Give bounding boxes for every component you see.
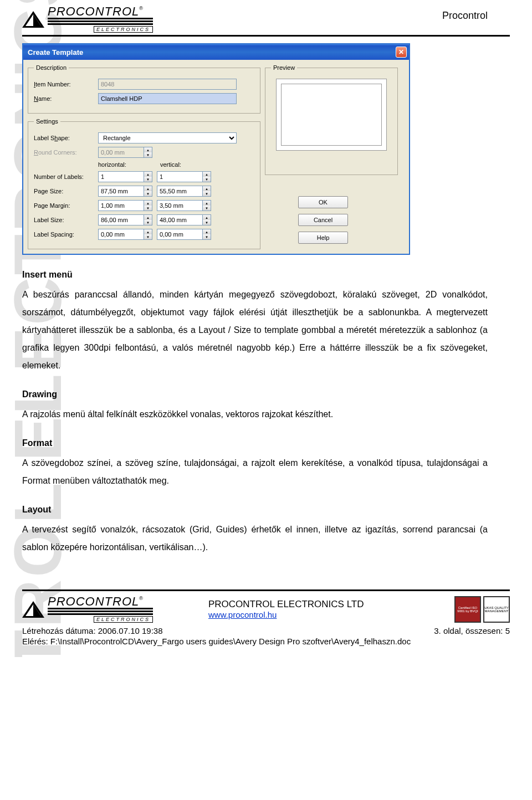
labelspacing-v-field[interactable] bbox=[157, 229, 202, 240]
spinner-icon[interactable]: ▲▼ bbox=[202, 214, 211, 225]
registered-icon: ® bbox=[139, 596, 143, 601]
drawing-heading: Drawing bbox=[22, 386, 488, 403]
numlabels-v-field[interactable] bbox=[157, 171, 202, 182]
numlabels-h-field[interactable] bbox=[98, 171, 144, 182]
spinner-icon[interactable]: ▲▼ bbox=[202, 171, 211, 182]
item-number-field bbox=[98, 79, 237, 90]
registered-icon: ® bbox=[139, 6, 143, 11]
footer-logo-subtitle: ELECTRONICS bbox=[94, 616, 153, 623]
settings-legend: Settings bbox=[34, 118, 60, 125]
header-right-text: Procontrol bbox=[442, 10, 488, 22]
format-heading: Format bbox=[22, 434, 488, 452]
spinner-icon[interactable]: ▲▼ bbox=[144, 200, 152, 211]
round-corners-label: Round Corners: bbox=[34, 149, 95, 156]
preview-group: Preview bbox=[265, 64, 398, 175]
footer-logo-text: PROCONTROL bbox=[48, 594, 139, 608]
name-label: Name: bbox=[34, 95, 95, 102]
logo-bars bbox=[48, 18, 153, 25]
spinner-icon: ▲▼ bbox=[144, 147, 152, 158]
spinner-icon[interactable]: ▲▼ bbox=[202, 229, 211, 240]
format-body: A szövegdoboz színei, a szöveg színe, tu… bbox=[22, 454, 488, 490]
description-group: Description Item Number: Name: bbox=[28, 64, 260, 114]
spinner-icon[interactable]: ▲▼ bbox=[202, 200, 211, 211]
spinner-icon[interactable]: ▲▼ bbox=[144, 186, 152, 197]
preview-legend: Preview bbox=[271, 64, 297, 71]
cert-badge-bvqi: Certified ISO 9001 by BVQI bbox=[454, 596, 481, 623]
label-spacing-label: Label Spacing: bbox=[34, 231, 95, 238]
spinner-icon[interactable]: ▲▼ bbox=[144, 214, 152, 225]
settings-group: Settings Label Shape: Rectangle Round Co… bbox=[28, 118, 260, 249]
spinner-icon[interactable]: ▲▼ bbox=[144, 229, 152, 240]
page-footer: PROCONTROL® ELECTRONICS PROCONTROL ELECT… bbox=[22, 589, 510, 646]
footer-page-number: 3. oldal, összesen: 5 bbox=[434, 626, 510, 635]
create-template-dialog: Create Template ✕ Description Item Numbe… bbox=[22, 43, 410, 255]
logo-subtitle: ELECTRONICS bbox=[94, 26, 153, 33]
pagemargin-v-field[interactable] bbox=[157, 200, 202, 211]
spinner-icon[interactable]: ▲▼ bbox=[202, 186, 211, 197]
name-field[interactable] bbox=[98, 93, 237, 104]
item-number-label: Item Number: bbox=[34, 81, 95, 88]
layout-heading: Layout bbox=[22, 501, 488, 519]
labelspacing-h-field[interactable] bbox=[98, 229, 144, 240]
dialog-title: Create Template bbox=[28, 48, 83, 57]
dialog-titlebar[interactable]: Create Template ✕ bbox=[23, 44, 409, 60]
footer-logo-bars bbox=[48, 608, 153, 615]
cert-badge-ukas: UKAS QUALITY MANAGEMENT bbox=[483, 596, 510, 623]
description-legend: Description bbox=[34, 64, 69, 71]
pagesize-h-field[interactable] bbox=[98, 186, 144, 197]
footer-path: Elérés: F:\Install\ProcontrolCD\Avery_Fa… bbox=[22, 637, 510, 646]
logo-text: PROCONTROL bbox=[48, 4, 139, 18]
ok-button[interactable]: OK bbox=[298, 196, 348, 208]
number-of-labels-label: Number of Labels: bbox=[34, 173, 95, 180]
help-button[interactable]: Help bbox=[298, 232, 348, 244]
preview-canvas bbox=[276, 79, 387, 151]
close-icon[interactable]: ✕ bbox=[396, 47, 407, 58]
footer-logo-icon bbox=[22, 601, 44, 618]
cancel-button[interactable]: Cancel bbox=[298, 214, 348, 226]
labelsize-h-field[interactable] bbox=[98, 214, 144, 225]
layout-body: A tervezést segítő vonalzók, rácsozatok … bbox=[22, 521, 488, 556]
drawing-body: A rajzolás menü által felkínált eszközök… bbox=[22, 406, 488, 423]
pagesize-v-field[interactable] bbox=[157, 186, 202, 197]
labelsize-v-field[interactable] bbox=[157, 214, 202, 225]
page-header: PROCONTROL® ELECTRONICS Procontrol bbox=[22, 6, 510, 37]
insert-body: A beszúrás paranccsal állandó, minden ká… bbox=[22, 286, 488, 375]
page-size-label: Page Size: bbox=[34, 188, 95, 194]
vertical-label: vertical: bbox=[160, 161, 216, 168]
insert-heading: Insert menü bbox=[22, 266, 488, 284]
label-size-label: Label Size: bbox=[34, 217, 95, 223]
pagemargin-h-field[interactable] bbox=[98, 200, 144, 211]
horizontal-label: horizontal: bbox=[98, 161, 154, 168]
label-shape-select[interactable]: Rectangle bbox=[98, 132, 237, 143]
round-corners-field bbox=[98, 147, 144, 158]
logo-icon bbox=[22, 11, 44, 28]
label-shape-label: Label Shape: bbox=[34, 135, 95, 141]
spinner-icon[interactable]: ▲▼ bbox=[144, 171, 152, 182]
footer-link[interactable]: www.procontrol.hu bbox=[208, 610, 454, 619]
footer-created-date: Létrehozás dátuma: 2006.07.10 19:38 bbox=[22, 626, 163, 635]
footer-company: PROCONTROL ELECTRONICS LTD bbox=[208, 599, 454, 610]
page-margin-label: Page Margin: bbox=[34, 202, 95, 209]
